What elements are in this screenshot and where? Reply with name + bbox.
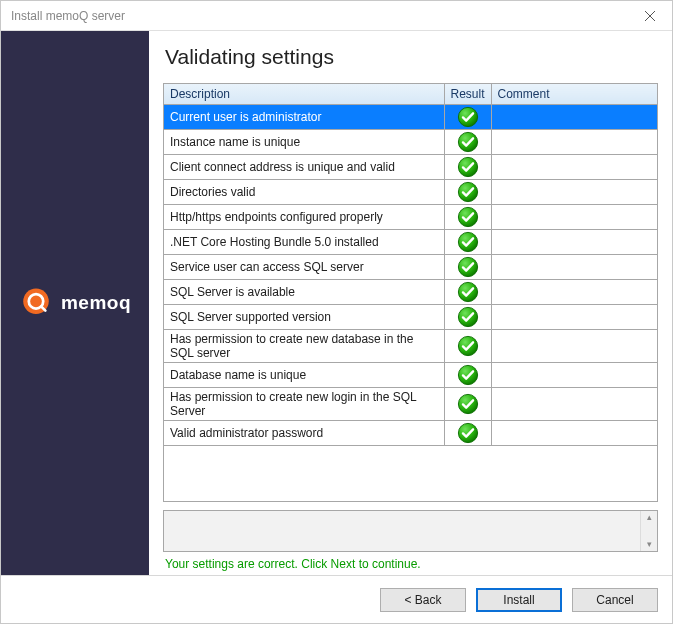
- check-icon: [457, 338, 479, 352]
- cell-description: Instance name is unique: [164, 130, 444, 155]
- column-header-result[interactable]: Result: [444, 84, 491, 105]
- check-icon: [457, 184, 479, 198]
- window-body: memoq Validating settings Description Re…: [1, 31, 672, 575]
- cell-description: Client connect address is unique and val…: [164, 155, 444, 180]
- cell-comment: [491, 105, 657, 130]
- check-icon: [457, 259, 479, 273]
- check-icon: [457, 209, 479, 223]
- brand-logo: memoq: [19, 286, 131, 320]
- check-icon: [457, 134, 479, 148]
- sidebar: memoq: [1, 31, 149, 575]
- window-close-button[interactable]: [627, 1, 672, 31]
- status-message: Your settings are correct. Click Next to…: [165, 557, 658, 571]
- log-output: ▴ ▾: [163, 510, 658, 552]
- cell-comment: [491, 363, 657, 388]
- cell-comment: [491, 330, 657, 363]
- table-row[interactable]: SQL Server supported version: [164, 305, 657, 330]
- cell-result: [444, 280, 491, 305]
- table-row[interactable]: Has permission to create new database in…: [164, 330, 657, 363]
- cell-comment: [491, 421, 657, 446]
- cell-description: .NET Core Hosting Bundle 5.0 installed: [164, 230, 444, 255]
- table-row[interactable]: SQL Server is available: [164, 280, 657, 305]
- cell-result: [444, 305, 491, 330]
- validation-table: Description Result Comment Current user …: [164, 84, 657, 446]
- cell-comment: [491, 180, 657, 205]
- cell-result: [444, 255, 491, 280]
- main-panel: Validating settings Description Result C…: [149, 31, 672, 575]
- install-button[interactable]: Install: [476, 588, 562, 612]
- column-header-description[interactable]: Description: [164, 84, 444, 105]
- cell-comment: [491, 155, 657, 180]
- table-row[interactable]: Current user is administrator: [164, 105, 657, 130]
- cell-result: [444, 130, 491, 155]
- scroll-up-icon: ▴: [647, 511, 652, 524]
- installer-window: Install memoQ server memoq: [0, 0, 673, 624]
- table-row[interactable]: Has permission to create new login in th…: [164, 388, 657, 421]
- table-header-row: Description Result Comment: [164, 84, 657, 105]
- table-row[interactable]: Client connect address is unique and val…: [164, 155, 657, 180]
- cell-description: Current user is administrator: [164, 105, 444, 130]
- cell-result: [444, 330, 491, 363]
- cell-result: [444, 230, 491, 255]
- table-row[interactable]: Service user can access SQL server: [164, 255, 657, 280]
- table-row[interactable]: Database name is unique: [164, 363, 657, 388]
- cell-description: Service user can access SQL server: [164, 255, 444, 280]
- cell-comment: [491, 305, 657, 330]
- cell-result: [444, 155, 491, 180]
- cell-result: [444, 388, 491, 421]
- window-title: Install memoQ server: [11, 9, 125, 23]
- brand-name: memoq: [61, 292, 131, 314]
- cell-comment: [491, 388, 657, 421]
- scroll-down-icon: ▾: [647, 538, 652, 551]
- check-icon: [457, 367, 479, 381]
- table-row[interactable]: Instance name is unique: [164, 130, 657, 155]
- cell-description: Has permission to create new database in…: [164, 330, 444, 363]
- table-row[interactable]: Http/https endpoints configured properly: [164, 205, 657, 230]
- log-scrollbar[interactable]: ▴ ▾: [640, 511, 657, 551]
- memoq-logo-icon: [19, 286, 53, 320]
- table-row[interactable]: Directories valid: [164, 180, 657, 205]
- check-icon: [457, 109, 479, 123]
- cell-description: Has permission to create new login in th…: [164, 388, 444, 421]
- check-icon: [457, 234, 479, 248]
- page-title: Validating settings: [165, 45, 658, 69]
- cell-description: Valid administrator password: [164, 421, 444, 446]
- cell-description: Http/https endpoints configured properly: [164, 205, 444, 230]
- back-button[interactable]: < Back: [380, 588, 466, 612]
- check-icon: [457, 396, 479, 410]
- footer: < Back Install Cancel: [1, 575, 672, 623]
- check-icon: [457, 425, 479, 439]
- check-icon: [457, 309, 479, 323]
- close-icon: [645, 11, 655, 21]
- cancel-button[interactable]: Cancel: [572, 588, 658, 612]
- cell-result: [444, 180, 491, 205]
- cell-description: SQL Server is available: [164, 280, 444, 305]
- cell-comment: [491, 255, 657, 280]
- cell-result: [444, 105, 491, 130]
- cell-description: Directories valid: [164, 180, 444, 205]
- check-icon: [457, 159, 479, 173]
- cell-comment: [491, 230, 657, 255]
- cell-result: [444, 363, 491, 388]
- cell-comment: [491, 280, 657, 305]
- cell-result: [444, 421, 491, 446]
- check-icon: [457, 284, 479, 298]
- table-row[interactable]: Valid administrator password: [164, 421, 657, 446]
- titlebar: Install memoQ server: [1, 1, 672, 31]
- cell-comment: [491, 205, 657, 230]
- table-row[interactable]: .NET Core Hosting Bundle 5.0 installed: [164, 230, 657, 255]
- cell-description: Database name is unique: [164, 363, 444, 388]
- cell-description: SQL Server supported version: [164, 305, 444, 330]
- validation-table-container: Description Result Comment Current user …: [163, 83, 658, 502]
- cell-result: [444, 205, 491, 230]
- cell-comment: [491, 130, 657, 155]
- column-header-comment[interactable]: Comment: [491, 84, 657, 105]
